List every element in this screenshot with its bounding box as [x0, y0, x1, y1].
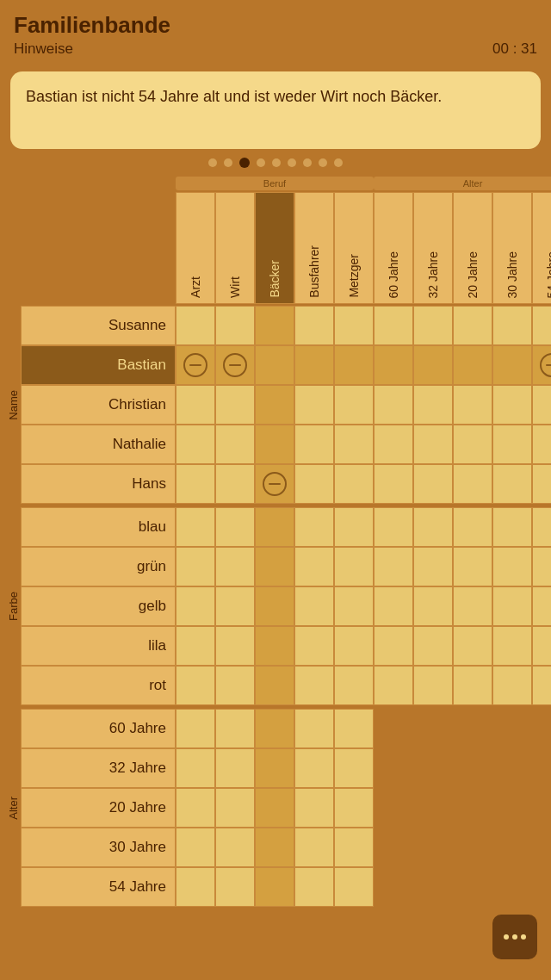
cell[interactable]	[374, 547, 413, 586]
cell[interactable]	[176, 306, 215, 345]
cell[interactable]	[532, 586, 551, 626]
cell[interactable]	[453, 666, 492, 705]
cell[interactable]	[334, 306, 374, 345]
cell[interactable]	[255, 345, 294, 385]
cell[interactable]	[176, 345, 215, 385]
minus-icon[interactable]	[263, 472, 287, 496]
cell[interactable]	[176, 464, 215, 504]
cell[interactable]	[176, 666, 215, 705]
dot-2[interactable]	[224, 158, 232, 167]
cell[interactable]	[374, 586, 413, 626]
cell[interactable]	[255, 626, 294, 666]
dot-4[interactable]	[257, 158, 265, 167]
cell[interactable]	[294, 666, 334, 705]
cell[interactable]	[294, 788, 334, 828]
dot-1[interactable]	[208, 158, 217, 167]
cell[interactable]	[374, 626, 413, 666]
dot-7[interactable]	[303, 158, 312, 167]
cell[interactable]	[215, 306, 255, 345]
christian-cells[interactable]	[176, 385, 551, 425]
cell[interactable]	[294, 867, 334, 907]
cell[interactable]	[413, 586, 453, 626]
minus-icon[interactable]	[183, 353, 207, 377]
cell[interactable]	[492, 547, 532, 586]
cell[interactable]	[334, 867, 374, 907]
minus-icon[interactable]	[223, 353, 247, 377]
cell[interactable]	[294, 626, 334, 666]
cell[interactable]	[294, 709, 334, 748]
cell[interactable]	[334, 507, 374, 547]
cell[interactable]	[374, 464, 413, 504]
bastian-cells[interactable]	[176, 345, 551, 385]
cell[interactable]	[413, 306, 453, 345]
cell[interactable]	[255, 425, 294, 464]
cell[interactable]	[532, 547, 551, 586]
hint-card[interactable]: Bastian ist nicht 54 Jahre alt und ist w…	[10, 71, 541, 149]
dot-3[interactable]	[239, 158, 250, 168]
cell[interactable]	[334, 788, 374, 828]
cell[interactable]	[255, 385, 294, 425]
cell[interactable]	[215, 464, 255, 504]
cell[interactable]	[492, 666, 532, 705]
cell[interactable]	[294, 345, 334, 385]
cell[interactable]	[215, 385, 255, 425]
cell[interactable]	[215, 626, 255, 666]
cell[interactable]	[176, 788, 215, 828]
cell[interactable]	[215, 586, 255, 626]
cell[interactable]	[334, 345, 374, 385]
cell[interactable]	[334, 425, 374, 464]
cell[interactable]	[374, 666, 413, 705]
dot-5[interactable]	[272, 158, 281, 167]
cell[interactable]	[413, 385, 453, 425]
cell[interactable]	[492, 626, 532, 666]
cell[interactable]	[413, 507, 453, 547]
nathalie-cells[interactable]	[176, 425, 551, 464]
cell[interactable]	[294, 385, 334, 425]
cell[interactable]	[255, 867, 294, 907]
cell[interactable]	[255, 507, 294, 547]
cell[interactable]	[453, 345, 492, 385]
cell[interactable]	[176, 709, 215, 748]
cell[interactable]	[453, 425, 492, 464]
cell[interactable]	[453, 507, 492, 547]
cell[interactable]	[413, 626, 453, 666]
cell[interactable]	[374, 385, 413, 425]
cell[interactable]	[374, 345, 413, 385]
cell[interactable]	[215, 788, 255, 828]
cell[interactable]	[294, 748, 334, 788]
cell[interactable]	[294, 507, 334, 547]
susanne-cells[interactable]	[176, 306, 551, 345]
cell[interactable]	[215, 666, 255, 705]
cell[interactable]	[413, 547, 453, 586]
cell[interactable]	[255, 464, 294, 504]
cell[interactable]	[215, 547, 255, 586]
cell[interactable]	[294, 547, 334, 586]
cell[interactable]	[374, 306, 413, 345]
cell[interactable]	[413, 464, 453, 504]
cell[interactable]	[176, 547, 215, 586]
cell[interactable]	[255, 748, 294, 788]
cell[interactable]	[294, 464, 334, 504]
cell[interactable]	[176, 828, 215, 867]
cell[interactable]	[176, 425, 215, 464]
cell[interactable]	[413, 345, 453, 385]
cell[interactable]	[294, 828, 334, 867]
cell[interactable]	[176, 385, 215, 425]
cell[interactable]	[294, 306, 334, 345]
cell[interactable]	[413, 666, 453, 705]
cell[interactable]	[334, 626, 374, 666]
more-button[interactable]	[492, 915, 537, 959]
cell[interactable]	[334, 709, 374, 748]
cell[interactable]	[532, 345, 551, 385]
cell[interactable]	[255, 709, 294, 748]
cell[interactable]	[532, 626, 551, 666]
cell[interactable]	[215, 425, 255, 464]
cell[interactable]	[294, 586, 334, 626]
cell[interactable]	[492, 345, 532, 385]
cell[interactable]	[492, 464, 532, 504]
cell[interactable]	[334, 586, 374, 626]
cell[interactable]	[176, 867, 215, 907]
dot-9[interactable]	[334, 158, 343, 167]
cell[interactable]	[453, 385, 492, 425]
cell[interactable]	[176, 586, 215, 626]
